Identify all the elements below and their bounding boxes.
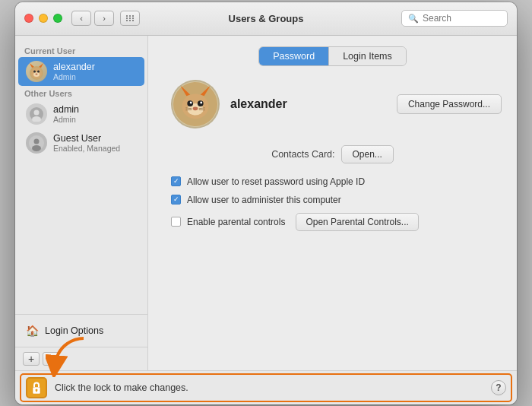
forward-button[interactable]: › [94,11,114,26]
nav-buttons: ‹ › [71,11,114,26]
checkbox-1-label: Allow user to reset password using Apple… [187,176,365,187]
parental-controls-label: Enable parental controls [187,217,285,227]
sidebar-item-alexander[interactable]: alexander Admin [18,57,144,86]
checkbox-administer[interactable]: ✓ [171,195,181,205]
guest-info: Guest User Enabled, Managed [53,133,120,153]
checkbox-parental[interactable] [171,217,181,227]
options-area: Contacts Card: Open... ✓ Allow user to r… [163,142,502,363]
sidebar-item-admin[interactable]: admin Admin [18,100,144,128]
contacts-card-label: Contacts Card: [271,149,334,160]
fox-avatar-small [26,61,47,82]
svg-marker-2 [39,63,43,68]
svg-point-21 [190,101,192,103]
current-user-name: alexander [53,62,95,72]
svg-point-9 [34,109,40,115]
sidebar: Current User alexand [15,36,148,370]
svg-point-7 [36,73,38,75]
admin-avatar [26,103,47,125]
checkbox-2-label: Allow user to administer this computer [187,195,341,205]
admin-info: admin Admin [53,104,79,124]
lock-message: Click the lock to make changes. [55,382,188,393]
lock-icon[interactable] [26,377,47,398]
svg-point-6 [37,70,40,72]
svg-point-23 [193,106,198,110]
svg-point-22 [200,101,202,103]
svg-marker-1 [30,63,34,68]
guest-avatar [26,132,47,154]
window-title: Users & Groups [229,13,304,24]
back-button[interactable]: ‹ [71,11,91,26]
admin-name: admin [53,104,79,115]
search-bar[interactable]: 🔍 [401,10,508,27]
tab-password[interactable]: Password [259,47,329,65]
tab-group: Password Login Items [258,46,407,66]
parental-controls-row: Enable parental controls Open Parental C… [163,209,502,235]
sidebar-item-guest[interactable]: Guest User Enabled, Managed [18,128,144,157]
open-parental-controls-button[interactable]: Open Parental Controls... [296,213,418,231]
open-contacts-button[interactable]: Open... [341,145,394,163]
change-password-button[interactable]: Change Password... [397,94,502,114]
detail-panel: Password Login Items [148,36,517,370]
guest-role: Enabled, Managed [53,144,120,153]
search-input[interactable] [423,13,501,24]
svg-point-12 [34,138,40,144]
padlock-icon [30,381,43,395]
titlebar: ‹ › Users & Groups 🔍 [15,2,517,36]
grid-view-button[interactable] [120,11,140,26]
search-icon: 🔍 [408,14,419,24]
grid-icon [126,15,135,21]
traffic-lights [24,14,62,23]
close-button[interactable] [24,14,33,23]
fox-avatar-large [171,80,220,128]
checkmark-icon-2: ✓ [173,196,179,203]
sidebar-bottom: 🏠 Login Options [15,314,147,347]
checkbox-reset-password[interactable]: ✓ [171,176,181,186]
checkmark-icon: ✓ [173,178,179,185]
maximize-button[interactable] [53,14,62,23]
main-window: ‹ › Users & Groups 🔍 Current User [15,2,517,404]
home-icon: 🏠 [26,325,39,337]
tab-login-items[interactable]: Login Items [329,47,406,65]
tab-bar: Password Login Items [163,46,502,66]
detail-user-name: alexander [230,97,386,111]
other-users-label: Other Users [15,86,147,100]
sidebar-actions: + − [15,347,147,370]
help-button[interactable]: ? [491,380,506,395]
login-options-label: Login Options [45,325,103,336]
svg-point-13 [32,145,41,151]
contacts-row: Contacts Card: Open... [163,145,502,163]
bottom-bar: Click the lock to make changes. ? [15,370,517,404]
remove-user-button[interactable]: − [43,352,59,366]
minimize-button[interactable] [39,14,48,23]
main-content: Current User alexand [15,36,517,370]
login-options-item[interactable]: 🏠 Login Options [15,321,147,341]
checkbox-row-1: ✓ Allow user to reset password using App… [163,173,502,191]
checkbox-row-2: ✓ Allow user to administer this computer [163,191,502,209]
add-user-button[interactable]: + [23,352,40,366]
current-user-info: alexander Admin [53,62,95,81]
guest-name: Guest User [53,133,120,144]
admin-role: Admin [53,115,79,124]
current-user-role: Admin [53,72,95,81]
svg-point-5 [33,70,36,72]
user-profile: alexander Change Password... [163,80,502,128]
current-user-label: Current User [15,43,147,57]
svg-rect-31 [36,390,37,392]
